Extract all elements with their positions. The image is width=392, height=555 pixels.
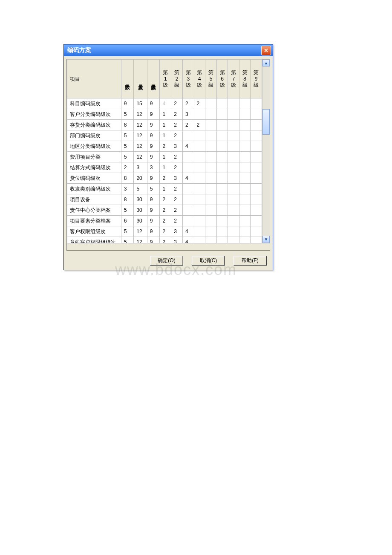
cell[interactable]: [228, 184, 239, 194]
cell[interactable]: [251, 173, 262, 184]
cell[interactable]: [194, 205, 205, 216]
titlebar[interactable]: 编码方案 ✕: [64, 44, 273, 56]
cell[interactable]: 2: [171, 98, 183, 109]
cell[interactable]: 2: [171, 216, 183, 226]
cell[interactable]: [194, 109, 205, 120]
table-row[interactable]: 收发类别编码级次35512: [67, 184, 262, 194]
table-row[interactable]: 存货分类编码级次81291222: [67, 120, 262, 130]
cell[interactable]: 2: [160, 226, 171, 237]
cell[interactable]: [216, 184, 228, 194]
row-label[interactable]: 地区分类编码级次: [67, 141, 121, 152]
cell[interactable]: 9: [147, 98, 160, 109]
cell[interactable]: 1: [160, 109, 171, 120]
cell[interactable]: [194, 152, 205, 162]
cell[interactable]: [251, 152, 262, 162]
cell[interactable]: [216, 98, 228, 109]
cell[interactable]: [216, 152, 228, 162]
cell[interactable]: 4: [182, 173, 194, 184]
cell[interactable]: [251, 237, 262, 243]
cell[interactable]: 5: [121, 226, 134, 237]
row-label[interactable]: 客户分类编码级次: [67, 109, 121, 120]
cell[interactable]: [194, 184, 205, 194]
col-level-1[interactable]: 第1级: [160, 60, 171, 98]
cell[interactable]: [239, 205, 251, 216]
cell[interactable]: [182, 184, 194, 194]
cell[interactable]: [228, 152, 239, 162]
cell[interactable]: 2: [182, 120, 194, 130]
cell[interactable]: [182, 194, 194, 205]
cell[interactable]: 12: [134, 109, 147, 120]
cell[interactable]: 9: [147, 216, 160, 226]
cell[interactable]: 9: [147, 120, 160, 130]
cell[interactable]: 2: [182, 98, 194, 109]
cell[interactable]: 6: [121, 216, 134, 226]
row-label[interactable]: 意向客户权限组级次: [67, 237, 121, 243]
table-row[interactable]: 地区分类编码级次5129234: [67, 141, 262, 152]
table-row[interactable]: 结算方式编码级次23312: [67, 162, 262, 173]
cell[interactable]: [228, 216, 239, 226]
row-label[interactable]: 项目设备: [67, 194, 121, 205]
cell[interactable]: 9: [147, 173, 160, 184]
cell[interactable]: 1: [160, 162, 171, 173]
cell[interactable]: [182, 152, 194, 162]
cell[interactable]: 9: [147, 141, 160, 152]
row-label[interactable]: 收发类别编码级次: [67, 184, 121, 194]
cell[interactable]: [228, 194, 239, 205]
cell[interactable]: [228, 162, 239, 173]
col-level-8[interactable]: 第8级: [239, 60, 251, 98]
cell[interactable]: [216, 237, 228, 243]
cell[interactable]: [251, 226, 262, 237]
cell[interactable]: [205, 237, 217, 243]
row-label[interactable]: 责任中心分类档案: [67, 205, 121, 216]
coding-table[interactable]: 项目 最大级数 最大长度 单级最大长度 第1级 第2级 第3级 第4级 第5级: [67, 59, 262, 243]
row-label[interactable]: 客户权限组级次: [67, 226, 121, 237]
cell[interactable]: 8: [121, 120, 134, 130]
cell[interactable]: [182, 216, 194, 226]
cell[interactable]: [182, 162, 194, 173]
cell[interactable]: 5: [121, 237, 134, 243]
cell[interactable]: [216, 205, 228, 216]
table-row[interactable]: 部门编码级次512912: [67, 130, 262, 141]
close-button[interactable]: ✕: [261, 46, 271, 55]
cell[interactable]: 5: [121, 152, 134, 162]
table-row[interactable]: 科目编码级次91594222: [67, 98, 262, 109]
row-label[interactable]: 货位编码级次: [67, 173, 121, 184]
cell[interactable]: [205, 162, 217, 173]
row-label[interactable]: 项目要素分类档案: [67, 216, 121, 226]
cell[interactable]: 15: [134, 98, 147, 109]
row-label[interactable]: 存货分类编码级次: [67, 120, 121, 130]
cell[interactable]: [239, 130, 251, 141]
row-label[interactable]: 结算方式编码级次: [67, 162, 121, 173]
row-label[interactable]: 费用项目分类: [67, 152, 121, 162]
cell[interactable]: [194, 216, 205, 226]
cell[interactable]: [251, 194, 262, 205]
cell[interactable]: [216, 173, 228, 184]
cell[interactable]: 4: [182, 226, 194, 237]
cell[interactable]: 1: [160, 120, 171, 130]
table-row[interactable]: 客户分类编码级次5129123: [67, 109, 262, 120]
cell[interactable]: [251, 162, 262, 173]
cell[interactable]: [228, 109, 239, 120]
col-project[interactable]: 项目: [67, 60, 121, 98]
cell[interactable]: 8: [121, 173, 134, 184]
scroll-track[interactable]: [262, 66, 270, 236]
cell[interactable]: [216, 109, 228, 120]
cell[interactable]: [251, 205, 262, 216]
cancel-button[interactable]: 取消(C): [192, 256, 225, 266]
cell[interactable]: 2: [171, 184, 183, 194]
cell[interactable]: 9: [147, 237, 160, 243]
cell[interactable]: [205, 109, 217, 120]
cell[interactable]: 2: [160, 194, 171, 205]
cell[interactable]: 2: [171, 130, 183, 141]
cell[interactable]: [228, 173, 239, 184]
cell[interactable]: [182, 205, 194, 216]
table-row[interactable]: 意向客户权限组级次5129234: [67, 237, 262, 243]
cell[interactable]: 2: [160, 237, 171, 243]
cell[interactable]: [251, 98, 262, 109]
cell[interactable]: [205, 194, 217, 205]
cell[interactable]: [251, 141, 262, 152]
cell[interactable]: 12: [134, 120, 147, 130]
cell[interactable]: [205, 130, 217, 141]
cell[interactable]: 12: [134, 226, 147, 237]
col-level-2[interactable]: 第2级: [171, 60, 183, 98]
